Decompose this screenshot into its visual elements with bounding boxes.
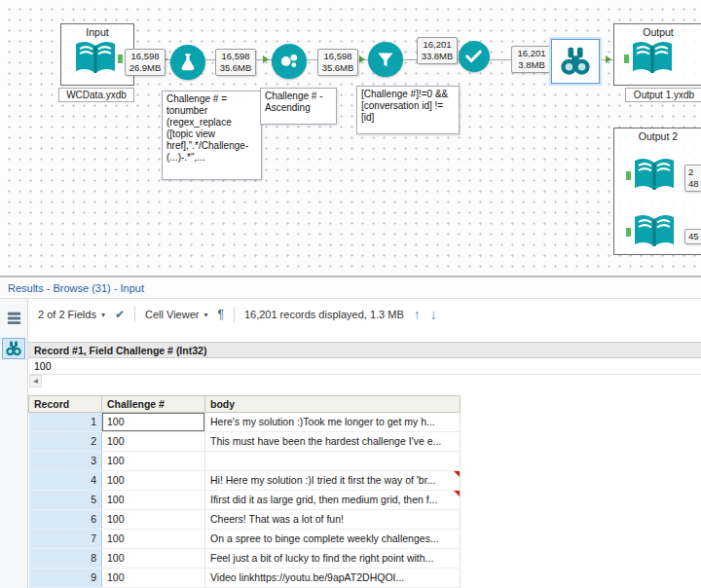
book-icon — [633, 156, 676, 195]
table-row[interactable]: 7100On a spree to binge complete weekly … — [29, 530, 461, 549]
formula-annotation[interactable]: Challenge # = tonumber (regex_replace ([… — [162, 91, 262, 180]
body-cell[interactable]: Here's my solution :)Took me longer to g… — [205, 413, 461, 432]
sort-tool[interactable] — [272, 44, 307, 79]
badge-count: 16,598 — [321, 51, 354, 62]
input-anchor — [626, 171, 631, 180]
toolbar-separator — [234, 307, 235, 322]
record-cell[interactable]: 9 — [29, 569, 102, 588]
body-cell[interactable]: On a spree to binge complete weekly chal… — [205, 530, 461, 549]
body-cell[interactable]: Feel just a bit of lucky to find the rig… — [205, 549, 461, 569]
table-header-row: Record Challenge # body — [29, 396, 461, 413]
column-header-record[interactable]: Record — [29, 396, 102, 413]
body-cell[interactable]: Video linkhttps://youtu.be/9apAT2DHQOI..… — [205, 569, 461, 588]
container-input-label: Input — [61, 26, 133, 38]
record-cell[interactable]: 2 — [29, 432, 102, 452]
binoculars-icon — [557, 45, 594, 78]
body-cell[interactable]: Cheers! That was a lot of fun! — [205, 510, 461, 530]
badge-count: 16,201 — [421, 39, 454, 51]
body-cell[interactable]: Ifirst did it as large grid, then medium… — [205, 491, 461, 510]
check-tool[interactable] — [459, 41, 490, 72]
profile-view-button[interactable] — [2, 307, 25, 328]
alteryx-designer-window: Input WCData.yxdb 16,598 26.9MB 16,598 3… — [0, 0, 701, 588]
table-row[interactable]: 1100Here's my solution :)Took me longer … — [29, 413, 461, 432]
binoculars-icon — [4, 340, 23, 357]
input-file-label: WCData.yxdb — [58, 88, 134, 102]
record-cell[interactable]: 1 — [29, 413, 102, 432]
results-title: Results - Browse (31) - Input — [0, 277, 701, 299]
body-cell[interactable]: This must have been the hardest challeng… — [205, 432, 461, 452]
scroll-left-button[interactable]: ◄ — [29, 375, 42, 387]
formula-tool[interactable] — [170, 45, 205, 80]
body-cell[interactable] — [205, 452, 461, 471]
scroll-down-button[interactable]: ↓ — [430, 307, 437, 322]
table-row[interactable]: 2100This must have been the hardest chal… — [29, 432, 461, 452]
record-cell[interactable]: 3 — [29, 452, 102, 471]
cell-viewer-dropdown[interactable]: Cell Viewer ▾ — [145, 309, 207, 320]
connection-badge: 16,201 3.8MB — [511, 46, 552, 73]
table-row[interactable]: 8100Feel just a bit of lucky to find the… — [29, 549, 461, 569]
results-panel: Results - Browse (31) - Input — [0, 276, 701, 588]
apply-check-icon[interactable]: ✔ — [115, 308, 125, 321]
container-output2-label: Output 2 — [614, 130, 701, 142]
body-cell[interactable]: Hi! Here my solution :)I tried it first … — [205, 471, 461, 491]
book-icon — [631, 39, 674, 78]
output2-data-tool-2[interactable] — [633, 212, 676, 253]
challenge-cell[interactable]: 100 — [102, 530, 205, 549]
table-row[interactable]: 4100Hi! Here my solution :)I tried it fi… — [29, 471, 461, 491]
record-cell[interactable]: 5 — [29, 491, 102, 510]
badge-count: 45 — [688, 231, 701, 242]
table-row[interactable]: 9100Video linkhttps://youtu.be/9apAT2DHQ… — [29, 569, 461, 588]
book-icon — [74, 39, 117, 78]
badge-size: 3.8MB — [515, 59, 548, 71]
filter-tool[interactable] — [368, 42, 403, 77]
scroll-up-button[interactable]: ↑ — [414, 307, 421, 322]
filter-annotation[interactable]: [Challenge #]!=0 && [conversation id] !=… — [356, 86, 460, 134]
workflow-canvas[interactable]: Input WCData.yxdb 16,598 26.9MB 16,598 3… — [0, 0, 701, 276]
challenge-cell[interactable]: 100 — [102, 491, 205, 510]
output-data-tool[interactable] — [631, 39, 674, 80]
challenge-cell[interactable]: 100 — [102, 569, 205, 588]
output2-data-tool[interactable] — [633, 156, 676, 197]
challenge-cell[interactable]: 100 — [102, 510, 205, 530]
flask-icon — [175, 50, 201, 75]
table-row[interactable]: 3100 — [29, 452, 461, 471]
record-cell[interactable]: 8 — [29, 549, 102, 569]
badge-count: 16,598 — [219, 51, 252, 62]
challenge-cell[interactable]: 100 — [102, 549, 205, 569]
badge-size: 48 — [688, 178, 701, 190]
results-table: Record Challenge # body 1100Here's my so… — [28, 395, 461, 588]
connection-arrow — [263, 55, 269, 63]
browse-tool[interactable] — [551, 39, 600, 84]
results-toolbar: 2 of 2 Fields ▾ ✔ Cell Viewer ▾ ¶ 16,201… — [28, 299, 701, 330]
connection-badge: 16,598 35.6MB — [215, 49, 256, 76]
pilcrow-icon[interactable]: ¶ — [217, 308, 223, 321]
fields-dropdown[interactable]: 2 of 2 Fields ▾ — [38, 309, 105, 320]
results-table-body: 1100Here's my solution :)Took me longer … — [29, 413, 461, 588]
table-row[interactable]: 6100Cheers! That was a lot of fun! — [29, 510, 461, 530]
table-row[interactable]: 5100Ifirst did it as large grid, then me… — [29, 491, 461, 510]
challenge-cell[interactable]: 100 — [102, 432, 205, 452]
browse-view-button[interactable] — [2, 338, 25, 359]
badge-size: 35.6MB — [219, 62, 252, 74]
connection-badge: 16,201 33.8MB — [417, 37, 458, 64]
challenge-cell[interactable]: 100 — [102, 471, 205, 491]
toolbar-separator — [134, 307, 135, 322]
column-header-challenge[interactable]: Challenge # — [102, 396, 205, 413]
connection-badge: 2 48 — [684, 165, 701, 192]
column-header-body[interactable]: body — [205, 396, 461, 413]
sort-annotation[interactable]: Challenge # - Ascending — [260, 88, 337, 125]
badge-size: 35.6MB — [321, 62, 354, 74]
cell-viewer-header: Record #1, Field Challenge # (Int32) — [28, 342, 701, 358]
record-cell[interactable]: 4 — [29, 471, 102, 491]
badge-size: 33.8MB — [421, 51, 454, 62]
cell-viewer-value[interactable]: 100 — [28, 358, 701, 375]
records-info: 16,201 records displayed, 1.3 MB — [244, 309, 404, 320]
cell-viewer-dropdown-label: Cell Viewer — [145, 309, 199, 320]
chevron-down-icon: ▾ — [101, 311, 105, 319]
input-data-tool[interactable] — [74, 39, 117, 80]
challenge-cell[interactable]: 100 — [102, 452, 205, 471]
record-cell[interactable]: 6 — [29, 510, 102, 530]
challenge-cell[interactable]: 100 — [102, 413, 205, 432]
record-cell[interactable]: 7 — [29, 530, 102, 549]
input-anchor — [624, 55, 629, 63]
